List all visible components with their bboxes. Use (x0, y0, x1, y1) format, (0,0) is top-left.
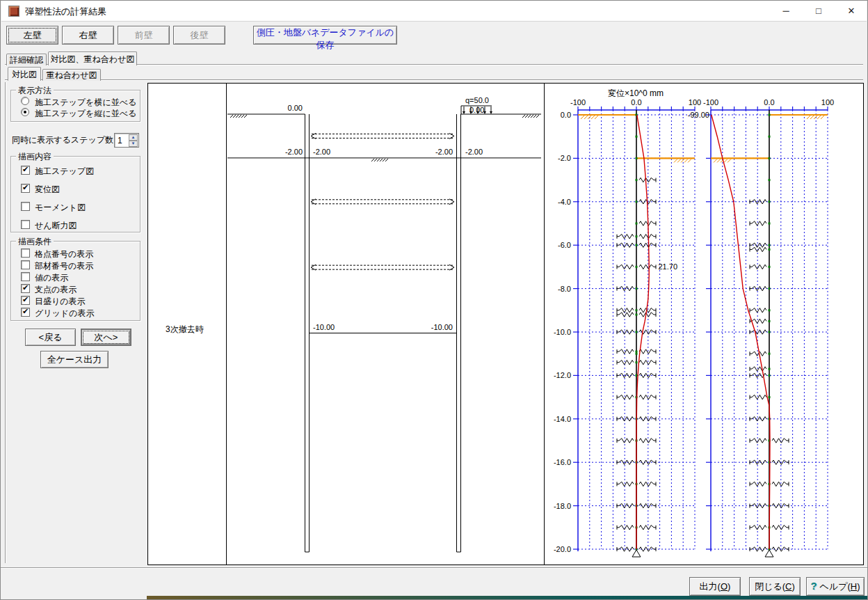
svg-text:-4.0: -4.0 (558, 198, 571, 206)
checkbox-row[interactable]: 部材番号の表示 (21, 260, 140, 271)
main-tabs-tab-1[interactable]: 詳細確認 (6, 54, 47, 65)
svg-text:-99.00: -99.00 (688, 111, 709, 119)
svg-text:q=50.0: q=50.0 (465, 96, 489, 104)
checkbox-label: モーメント図 (35, 202, 86, 214)
close-button[interactable]: ✕ (836, 1, 867, 22)
radio-selected-icon[interactable] (21, 108, 29, 116)
svg-text:-20.0: -20.0 (554, 545, 571, 553)
svg-text:-8.0: -8.0 (558, 285, 571, 293)
svg-text:-2.00: -2.00 (313, 148, 330, 156)
spin-up-icon[interactable]: ▲ (129, 134, 138, 141)
svg-text:100: 100 (689, 98, 701, 106)
checkbox-icon[interactable] (21, 202, 30, 211)
checkbox-checked-icon[interactable] (21, 308, 30, 317)
back-button[interactable]: <戻る (25, 329, 76, 346)
draw-conditions-title: 描画条件 (16, 236, 54, 248)
footer-separator (1, 567, 867, 569)
display-method-group: 表示方法 施工ステップを横に並べる施工ステップを縦に並べる (10, 90, 140, 122)
checkbox-label: 値の表示 (35, 272, 68, 284)
radio-row[interactable]: 施工ステップを横に並べる (21, 97, 140, 108)
wall-button-3: 前壁 (118, 26, 170, 45)
spin-down-icon[interactable]: ▼ (129, 141, 138, 147)
radio-icon[interactable] (21, 97, 29, 105)
sub-tabs-tab-2[interactable]: 重ね合わせ図 (42, 69, 101, 81)
svg-text:0.00: 0.00 (469, 106, 484, 114)
checkbox-label: 格点番号の表示 (35, 248, 93, 260)
display-method-title: 表示方法 (16, 85, 54, 97)
radio-label: 施工ステップを横に並べる (35, 97, 136, 109)
svg-text:-2.00: -2.00 (435, 148, 453, 156)
svg-text:-2.00: -2.00 (465, 148, 483, 156)
checkbox-row[interactable]: モーメント図 (21, 202, 140, 213)
checkbox-row[interactable]: 格点番号の表示 (21, 248, 140, 260)
checkbox-checked-icon[interactable] (21, 296, 30, 305)
sub-tab-baseline (5, 79, 863, 81)
output-button[interactable]: 出力(O) (689, 577, 741, 596)
checkbox-row[interactable]: せん断力図 (21, 220, 140, 231)
sidebar-left-edge (5, 82, 6, 563)
draw-conditions-group: 描画条件 格点番号の表示部材番号の表示値の表示支点の表示目盛りの表示グリッドの表… (10, 241, 140, 321)
radio-row[interactable]: 施工ステップを縦に並べる (21, 108, 140, 119)
wall-button-1[interactable]: 左壁 (6, 26, 58, 45)
step-count-spinner[interactable]: 1 ▲ ▼ (114, 133, 139, 148)
checkbox-row[interactable]: 支点の表示 (21, 284, 140, 295)
checkbox-label: 部材番号の表示 (35, 260, 93, 272)
minimize-button[interactable]: ─ (771, 1, 801, 22)
svg-text:0.0: 0.0 (561, 111, 571, 119)
checkbox-label: 目盛りの表示 (35, 296, 86, 308)
title-bar: 弾塑性法の計算結果 ─ □ ✕ (1, 1, 867, 22)
svg-text:0.00: 0.00 (288, 104, 303, 112)
checkbox-label: グリッドの表示 (35, 308, 94, 319)
svg-text:-2.0: -2.0 (558, 154, 571, 162)
checkbox-label: 支点の表示 (35, 284, 77, 296)
checkbox-row[interactable]: 目盛りの表示 (21, 296, 140, 307)
checkbox-icon[interactable] (21, 260, 30, 269)
close-dialog-button[interactable]: 閉じる(C) (749, 577, 801, 596)
checkbox-checked-icon[interactable] (21, 284, 30, 293)
svg-text:3次撤去時: 3次撤去時 (166, 324, 204, 334)
svg-text:-16.0: -16.0 (554, 458, 571, 466)
checkbox-row[interactable]: 施工ステップ図 (21, 166, 140, 177)
dialog-window: 弾塑性法の計算結果 ─ □ ✕ 左壁右壁前壁後壁 側圧・地盤バネデータファイルの… (0, 0, 868, 600)
svg-text:0.0: 0.0 (631, 98, 641, 106)
svg-text:-6.0: -6.0 (558, 241, 571, 249)
result-drawing: 3次撤去時0.00q=50.00.00-2.00-2.00-2.00-2.00-… (148, 84, 863, 565)
checkbox-icon[interactable] (21, 272, 30, 281)
svg-text:-100: -100 (570, 98, 586, 106)
checkbox-label: 変位図 (35, 184, 60, 196)
main-tabs-tab-2[interactable]: 対比図、重ね合わせ図 (48, 52, 137, 65)
svg-text:-2.00: -2.00 (285, 148, 303, 156)
all-cases-output-button[interactable]: 全ケース出力 (40, 351, 108, 368)
window-title: 弾塑性法の計算結果 (25, 6, 106, 18)
checkbox-row[interactable]: グリッドの表示 (21, 308, 140, 319)
svg-text:100: 100 (821, 98, 834, 106)
help-icon: ? (810, 580, 817, 592)
wall-button-4: 後壁 (173, 26, 225, 45)
next-button[interactable]: 次へ> (81, 329, 131, 346)
checkbox-checked-icon[interactable] (21, 184, 30, 193)
checkbox-icon[interactable] (21, 248, 30, 258)
svg-text:0.0: 0.0 (764, 98, 774, 106)
svg-text:-18.0: -18.0 (554, 502, 571, 510)
app-icon (8, 6, 19, 17)
draw-content-title: 描画内容 (16, 151, 54, 163)
help-button[interactable]: ?ヘルプ(H) (806, 577, 865, 596)
svg-text:21.70: 21.70 (658, 262, 677, 271)
svg-text:-12.0: -12.0 (554, 371, 571, 379)
sub-tabs-tab-1[interactable]: 対比図 (8, 67, 41, 81)
svg-text:-100: -100 (703, 98, 718, 106)
desktop-strip (147, 596, 867, 599)
step-count-label: 同時に表示するステップ数 (12, 134, 113, 146)
checkbox-row[interactable]: 変位図 (21, 184, 140, 195)
checkbox-label: せん断力図 (35, 220, 77, 232)
save-side-pressure-data-button[interactable]: 側圧・地盤バネデータファイルの保存 (253, 26, 397, 45)
checkbox-icon[interactable] (21, 220, 30, 229)
checkbox-checked-icon[interactable] (21, 166, 30, 175)
svg-text:-10.00: -10.00 (431, 323, 453, 331)
maximize-button[interactable]: □ (803, 1, 834, 22)
wall-button-2[interactable]: 右壁 (62, 26, 114, 45)
checkbox-row[interactable]: 値の表示 (21, 272, 140, 283)
svg-text:-10.00: -10.00 (313, 323, 335, 331)
radio-label: 施工ステップを縦に並べる (35, 108, 136, 120)
draw-content-group: 描画内容 施工ステップ図変位図モーメント図せん断力図 (10, 156, 140, 232)
